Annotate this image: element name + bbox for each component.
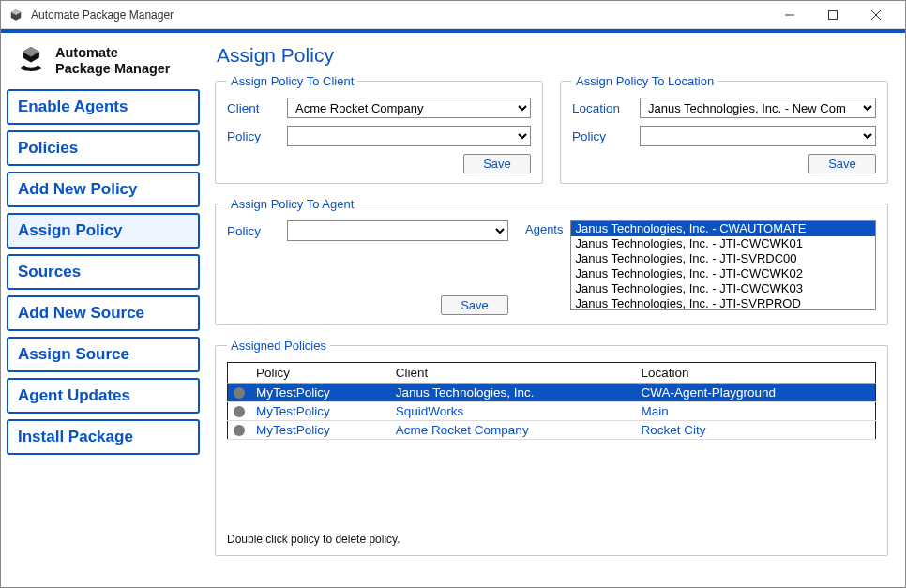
- location-save-button[interactable]: Save: [808, 154, 876, 173]
- sidebar-item-add-new-source[interactable]: Add New Source: [7, 295, 200, 331]
- client-select[interactable]: Acme Rocket Company: [287, 98, 531, 118]
- group-assign-agent-legend: Assign Policy To Agent: [227, 197, 357, 211]
- close-button[interactable]: [854, 1, 898, 29]
- location-policy-select[interactable]: [640, 126, 876, 146]
- col-client: Client: [390, 363, 636, 384]
- sidebar-item-add-new-policy[interactable]: Add New Policy: [7, 172, 200, 207]
- table-row[interactable]: MyTestPolicySquidWorksMain: [228, 402, 876, 421]
- agent-list-item[interactable]: Janus Technologies, Inc. - JTI-SVRPROD: [571, 296, 875, 310]
- window-controls: [768, 1, 898, 29]
- col-location: Location: [636, 363, 876, 384]
- group-assign-location: Assign Policy To Location Location Janus…: [560, 74, 888, 184]
- status-dot-icon: [234, 387, 245, 399]
- sidebar-item-assign-policy[interactable]: Assign Policy: [7, 213, 200, 249]
- app-icon: [8, 8, 23, 23]
- group-assign-agent: Assign Policy To Agent Policy Save Agent…: [215, 197, 888, 325]
- agent-list-item[interactable]: Janus Technologies, Inc. - CWAUTOMATE: [571, 221, 875, 236]
- sidebar-item-agent-updates[interactable]: Agent Updates: [7, 378, 200, 414]
- cell-client: SquidWorks: [390, 402, 636, 421]
- group-assign-client-legend: Assign Policy To Client: [227, 74, 357, 88]
- client-save-button[interactable]: Save: [463, 154, 531, 173]
- sidebar-item-install-package[interactable]: Install Package: [7, 419, 200, 455]
- brand-text: Automate Package Manager: [55, 45, 171, 76]
- location-policy-label: Policy: [572, 129, 640, 143]
- group-assigned-legend: Assigned Policies: [227, 339, 330, 353]
- cell-client: Janus Technologies, Inc.: [390, 384, 636, 402]
- agent-save-button[interactable]: Save: [441, 295, 508, 315]
- col-icon: [228, 363, 251, 384]
- client-policy-label: Policy: [227, 129, 287, 143]
- client-policy-select[interactable]: [287, 126, 531, 146]
- status-dot-icon: [234, 425, 245, 436]
- agent-list-item[interactable]: Janus Technologies, Inc. - JTI-CWCWK03: [571, 281, 875, 296]
- brand-icon: [12, 42, 50, 80]
- table-row[interactable]: MyTestPolicyAcme Rocket CompanyRocket Ci…: [228, 421, 876, 440]
- svg-rect-1: [829, 10, 838, 19]
- maximize-button[interactable]: [811, 1, 854, 29]
- cell-location: CWA-Agent-Playground: [636, 384, 876, 402]
- sidebar-item-enable-agents[interactable]: Enable Agents: [7, 89, 200, 125]
- cell-policy: MyTestPolicy: [250, 402, 390, 421]
- minimize-button[interactable]: [768, 1, 811, 29]
- cell-location: Main: [636, 402, 876, 421]
- group-assigned-policies: Assigned Policies Policy Client Location…: [215, 339, 888, 556]
- page-title: Assign Policy: [217, 44, 888, 67]
- brand-line2: Package Manager: [55, 61, 171, 77]
- sidebar-item-assign-source[interactable]: Assign Source: [7, 337, 200, 372]
- location-select[interactable]: Janus Technologies, Inc. - New Com: [640, 98, 876, 118]
- agents-label: Agents: [525, 220, 563, 310]
- assigned-table[interactable]: Policy Client Location MyTestPolicyJanus…: [227, 362, 876, 440]
- cell-client: Acme Rocket Company: [390, 421, 636, 440]
- agent-policy-label: Policy: [227, 224, 287, 238]
- col-policy: Policy: [250, 363, 390, 384]
- client-label: Client: [227, 101, 287, 115]
- table-row[interactable]: MyTestPolicyJanus Technologies, Inc.CWA-…: [228, 384, 876, 402]
- sidebar: Automate Package Manager Enable AgentsPo…: [1, 33, 205, 587]
- brand: Automate Package Manager: [7, 40, 200, 89]
- titlebar: Automate Package Manager: [1, 1, 905, 29]
- status-dot-icon: [234, 406, 245, 417]
- sidebar-item-policies[interactable]: Policies: [7, 130, 200, 166]
- cell-policy: MyTestPolicy: [250, 421, 390, 440]
- agent-list-item[interactable]: Janus Technologies, Inc. - JTI-CWCWK02: [571, 266, 875, 281]
- group-assign-client: Assign Policy To Client Client Acme Rock…: [215, 74, 543, 184]
- cell-policy: MyTestPolicy: [250, 384, 390, 402]
- agent-list-item[interactable]: Janus Technologies, Inc. - JTI-SVRDC00: [571, 251, 875, 266]
- main: Assign Policy Assign Policy To Client Cl…: [205, 33, 905, 587]
- nav: Enable AgentsPoliciesAdd New PolicyAssig…: [7, 89, 200, 455]
- agent-policy-select[interactable]: [287, 220, 508, 241]
- cell-location: Rocket City: [636, 421, 876, 440]
- group-assign-location-legend: Assign Policy To Location: [572, 74, 717, 88]
- location-label: Location: [572, 101, 640, 115]
- assigned-hint: Double click policy to delete policy.: [227, 533, 876, 546]
- window-title: Automate Package Manager: [31, 8, 174, 22]
- agents-listbox[interactable]: Janus Technologies, Inc. - CWAUTOMATEJan…: [570, 220, 876, 310]
- sidebar-item-sources[interactable]: Sources: [7, 254, 200, 290]
- agent-list-item[interactable]: Janus Technologies, Inc. - JTI-CWCWK01: [571, 236, 875, 251]
- brand-line1: Automate: [55, 45, 171, 61]
